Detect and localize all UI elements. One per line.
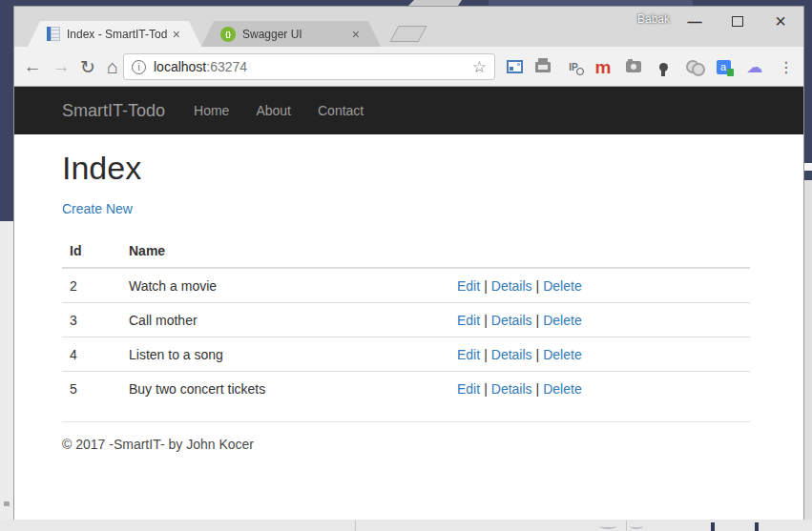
edit-link[interactable]: Edit <box>457 381 480 397</box>
cell-actions: Edit|Details|Delete <box>449 268 750 303</box>
screen-capture-extension-icon[interactable] <box>502 47 527 87</box>
sessions-extension-icon[interactable] <box>682 47 707 87</box>
background-mark <box>711 522 715 531</box>
cell-actions: Edit|Details|Delete <box>449 303 750 337</box>
browser-titlebar: Index - SmartIT-Todo × {} Swagger UI × B… <box>14 7 803 47</box>
maximize-button[interactable] <box>721 7 754 35</box>
edit-link[interactable]: Edit <box>457 347 480 362</box>
url-host: localhost <box>154 59 206 74</box>
translate-icon: a <box>717 60 731 74</box>
cell-actions: Edit|Details|Delete <box>449 372 750 406</box>
background-window-left-lower-edge <box>0 221 13 520</box>
close-window-button[interactable]: × <box>764 7 797 35</box>
maximize-icon <box>732 16 743 27</box>
cell-name: Listen to a song <box>121 337 449 372</box>
camera-icon <box>626 61 641 72</box>
cell-actions: Edit|Details|Delete <box>449 337 750 372</box>
action-separator: | <box>536 347 540 362</box>
ip-lookup-extension-icon[interactable]: IP <box>561 47 586 87</box>
web-page: SmartIT-Todo Home About Contact Index Cr… <box>14 87 803 520</box>
document-favicon-icon <box>47 27 60 41</box>
footer-divider <box>62 421 750 422</box>
cloud-icon: ☁ <box>747 57 763 77</box>
column-header-name: Name <box>121 235 449 268</box>
table-row: 2 Watch a movie Edit|Details|Delete <box>62 268 750 303</box>
tab-index-smartit-todo[interactable]: Index - SmartIT-Todo × <box>28 21 201 47</box>
background-window-right-band <box>804 171 812 180</box>
table-header-row: Id Name <box>62 235 750 268</box>
printer-extension-icon[interactable] <box>531 47 555 87</box>
details-link[interactable]: Details <box>491 278 532 294</box>
url-text: localhost:63274 <box>154 59 472 74</box>
delete-link[interactable]: Delete <box>543 278 581 294</box>
cloud-extension-icon[interactable]: ☁ <box>742 47 767 87</box>
edit-link[interactable]: Edit <box>457 278 480 294</box>
address-bar[interactable]: i localhost:63274 ☆ <box>123 53 495 80</box>
details-link[interactable]: Details <box>491 313 532 328</box>
delete-link[interactable]: Delete <box>543 381 581 397</box>
details-link[interactable]: Details <box>491 347 532 362</box>
background-column-divider <box>626 521 627 531</box>
action-separator: | <box>484 347 488 362</box>
nav-link-contact[interactable]: Contact <box>304 87 377 134</box>
minimize-button[interactable]: — <box>678 7 711 35</box>
ip-icon: IP <box>569 62 577 72</box>
cell-name: Call mother <box>121 303 449 337</box>
delete-link[interactable]: Delete <box>543 347 581 362</box>
background-window-bottom-edge <box>0 520 812 531</box>
home-icon[interactable]: ⌂ <box>100 47 125 87</box>
brand-link[interactable]: SmartIT-Todo <box>62 101 165 121</box>
background-column-divider <box>355 521 356 531</box>
background-window-right-edge <box>804 6 812 163</box>
page-info-icon[interactable]: i <box>132 60 146 74</box>
background-text-fragment <box>599 523 616 529</box>
tab-close-icon[interactable]: × <box>352 27 360 42</box>
m-extension-icon[interactable]: m <box>591 47 615 87</box>
capture-icon <box>507 60 523 73</box>
tab-close-icon[interactable]: × <box>173 27 180 42</box>
action-separator: | <box>536 313 540 328</box>
action-separator: | <box>484 278 488 294</box>
browser-menu-icon[interactable]: ⋮ <box>774 47 799 87</box>
back-icon[interactable]: ← <box>20 47 45 87</box>
translate-extension-icon[interactable]: a <box>711 47 736 87</box>
column-header-actions <box>449 235 750 268</box>
delete-link[interactable]: Delete <box>543 313 581 328</box>
bookmark-star-icon[interactable]: ☆ <box>472 57 487 77</box>
action-separator: | <box>484 313 488 328</box>
details-link[interactable]: Details <box>491 381 532 397</box>
new-tab-button[interactable] <box>389 26 427 42</box>
create-new-link[interactable]: Create New <box>62 201 133 216</box>
footer-copyright: © 2017 -SmartIT- by John Kocer <box>62 437 761 452</box>
background-window-right-gap <box>804 163 812 171</box>
nav-link-about[interactable]: About <box>242 87 304 134</box>
nav-links: Home About Contact <box>180 87 377 134</box>
browser-profile-chip[interactable]: Babak <box>625 12 682 26</box>
table-row: 4 Listen to a song Edit|Details|Delete <box>62 337 750 372</box>
swagger-favicon-icon: {} <box>220 27 236 42</box>
action-separator: | <box>536 381 540 397</box>
column-header-id: Id <box>62 235 121 268</box>
edit-link[interactable]: Edit <box>457 313 480 328</box>
background-mark <box>755 522 759 531</box>
camera-extension-icon[interactable] <box>621 47 646 87</box>
tab-swagger-ui[interactable]: {} Swagger UI × <box>201 21 381 47</box>
lightbulb-icon <box>659 63 668 71</box>
table-row: 3 Call mother Edit|Details|Delete <box>62 303 750 337</box>
cell-name: Watch a movie <box>121 268 449 303</box>
page-title: Index <box>62 150 761 187</box>
cell-id: 3 <box>62 303 121 337</box>
cell-name: Buy two concert tickets <box>121 372 449 406</box>
cell-id: 2 <box>62 268 121 303</box>
refresh-icon[interactable]: ↻ <box>75 47 100 87</box>
tab-title: Swagger UI <box>242 28 346 41</box>
page-container: Index Create New Id Name 2 Watch a movie <box>14 134 803 452</box>
lightbulb-extension-icon[interactable] <box>651 47 676 87</box>
background-text-fragment <box>630 523 643 529</box>
cell-id: 5 <box>62 372 121 406</box>
site-navbar: SmartIT-Todo Home About Contact <box>14 87 803 134</box>
background-window-left-edge <box>0 6 13 221</box>
todo-table: Id Name 2 Watch a movie Edit|Details|Del… <box>62 235 750 405</box>
nav-link-home[interactable]: Home <box>180 87 242 134</box>
forward-icon[interactable]: → <box>49 47 73 87</box>
